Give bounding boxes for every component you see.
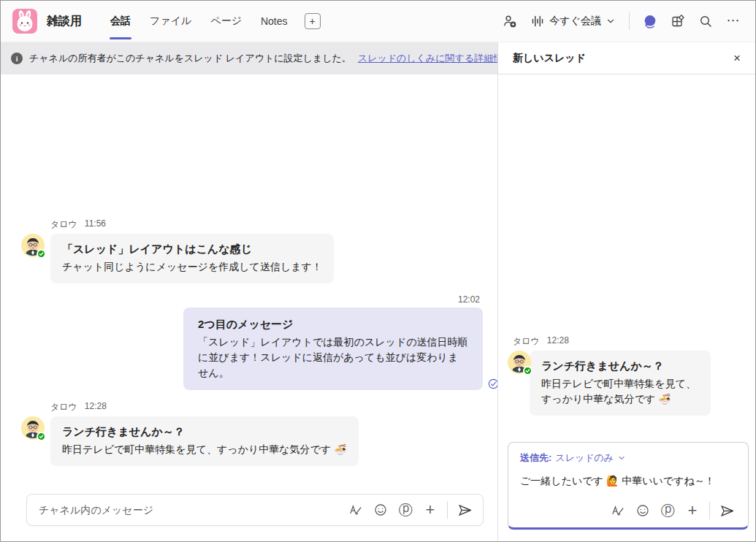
tab-pages[interactable]: ページ — [202, 1, 250, 42]
message-3: タロウ 12:28 — [21, 401, 483, 466]
compose-toolbar: ⓟ + — [345, 499, 476, 521]
send-to-label: 送信先: — [520, 451, 551, 465]
message-meta: タロウ 12:28 — [513, 335, 749, 348]
thread-panel-close-button[interactable]: × — [730, 50, 744, 67]
sender-name: タロウ — [50, 218, 77, 231]
header-divider — [629, 12, 630, 30]
avatar-taro[interactable] — [508, 351, 531, 374]
message-title: ランチ行きませんか～？ — [62, 424, 347, 439]
plus-icon: + — [688, 503, 698, 519]
presence-available-badge — [523, 366, 532, 375]
format-button[interactable] — [607, 500, 629, 522]
banner-learn-more-link[interactable]: スレッドのしくみに関する詳細情報 — [358, 52, 512, 65]
message-bubble-own: 2つ目のメッセージ 「スレッド」レイアウトでは最初のスレッドの送信日時順に並びま… — [183, 308, 483, 390]
search-icon — [698, 14, 713, 28]
add-people-icon — [503, 14, 517, 28]
channel-message-input[interactable] — [39, 504, 345, 516]
chevron-down-icon — [617, 454, 626, 462]
loop-icon: ⓟ — [399, 503, 413, 517]
channel-compose-box: ⓟ + — [26, 494, 484, 526]
message-2-own: 12:02 2つ目のメッセージ 「スレッド」レイアウトでは最初のスレッドの送信日… — [21, 294, 483, 390]
thread-compose-toolbar: ⓟ + — [520, 492, 738, 522]
tab-files[interactable]: ファイル — [142, 1, 199, 42]
send-to-value: スレッドのみ — [555, 451, 614, 465]
more-options-button[interactable]: ⋯ — [722, 9, 745, 33]
attach-button[interactable]: + — [681, 500, 703, 522]
format-icon — [611, 503, 625, 518]
banner-text: チャネルの所有者がこのチャネルをスレッド レイアウトに設定しました。 — [29, 52, 351, 65]
message-title: 「スレッド」レイアウトはこんな感じ — [62, 241, 322, 256]
thread-panel-body: タロウ 12:28 — [498, 75, 755, 541]
search-button[interactable] — [694, 9, 717, 33]
message-title: 2つ目のメッセージ — [198, 316, 468, 332]
header-actions: 今すぐ会議 — [498, 9, 745, 33]
chevron-down-icon — [606, 16, 616, 26]
format-icon — [348, 503, 363, 517]
toolbar-divider — [447, 501, 448, 519]
sender-name: タロウ — [50, 401, 77, 413]
message-time: 12:28 — [85, 401, 107, 413]
open-chat-button[interactable] — [638, 9, 662, 33]
rabbit-icon — [12, 9, 37, 34]
loop-icon: ⓟ — [661, 504, 675, 518]
presence-available-badge — [37, 432, 46, 441]
meet-now-button[interactable]: 今すぐ会議 — [526, 11, 620, 31]
send-icon — [457, 503, 473, 518]
emoji-button[interactable] — [632, 500, 654, 522]
attach-button[interactable]: + — [419, 499, 441, 521]
channel-avatar-rabbit-icon[interactable] — [12, 9, 37, 34]
message-list: タロウ 11:56 — [1, 75, 497, 494]
channel-title: 雑談用 — [47, 14, 82, 29]
message-time: 12:02 — [458, 294, 480, 305]
thread-message-input[interactable]: ご一緒したいです 🙋 中華いいですね～！ — [520, 473, 738, 488]
send-to-selector[interactable]: 送信先: スレッドのみ — [520, 451, 738, 465]
thread-layout-banner: i チャネルの所有者がこのチャネルをスレッド レイアウトに設定しました。 スレッ… — [1, 42, 497, 75]
message-bubble: ランチ行きませんか～？ 昨日テレビで町中華特集を見て、すっかり中華な気分です 🍜 — [50, 416, 359, 466]
chat-icon — [642, 13, 658, 29]
thread-panel-header: 新しいスレッド × — [498, 42, 755, 75]
format-button[interactable] — [345, 499, 367, 521]
panel-spacer — [508, 75, 749, 335]
send-button[interactable] — [454, 499, 476, 521]
message-time: 12:28 — [547, 335, 569, 348]
channel-tabs: 会話 ファイル ページ Notes + — [102, 1, 321, 42]
channel-header: 雑談用 会話 ファイル ページ Notes + — [1, 1, 755, 42]
presence-available-badge — [37, 249, 46, 259]
info-icon: i — [11, 53, 23, 64]
thread-compose-box: 送信先: スレッドのみ ご一緒したいです 🙋 中華いいですね～！ — [508, 442, 749, 530]
meet-now-label: 今すぐ会議 — [549, 15, 601, 28]
thread-panel-title: 新しいスレッド — [513, 52, 586, 65]
new-thread-panel: 新しいスレッド × タロウ 12:28 — [497, 42, 755, 541]
emoji-button[interactable] — [370, 499, 392, 521]
teams-window: 雑談用 会話 ファイル ページ Notes + — [0, 0, 756, 542]
add-people-button[interactable] — [498, 9, 522, 33]
send-icon — [719, 503, 735, 519]
message-body: チャット同じようにメッセージを作成して送信します！ — [62, 259, 322, 275]
apps-button[interactable] — [666, 9, 690, 33]
add-tab-button[interactable]: + — [305, 13, 321, 29]
message-meta: タロウ 12:28 — [50, 401, 483, 413]
tab-notes[interactable]: Notes — [253, 1, 296, 42]
thread-root-message: タロウ 12:28 — [508, 335, 749, 416]
send-button[interactable] — [716, 500, 738, 522]
apps-icon — [671, 14, 685, 28]
toolbar-divider — [709, 502, 710, 519]
message-time: 11:56 — [85, 218, 106, 231]
emoji-icon — [373, 503, 388, 517]
sent-indicator-icon — [487, 378, 497, 390]
avatar-taro[interactable] — [21, 234, 45, 257]
meet-now-waveform-icon — [530, 14, 545, 28]
message-body: 「スレッド」レイアウトでは最初のスレッドの送信日時順に並びます！スレッドに返信が… — [198, 335, 468, 381]
avatar-taro[interactable] — [21, 416, 45, 440]
message-bubble: ランチ行きませんか～？ 昨日テレビで町中華特集を見て、すっかり中華な気分です 🍜 — [530, 351, 711, 416]
plus-icon: + — [309, 16, 315, 26]
plus-icon: + — [426, 502, 435, 518]
tab-conversation[interactable]: 会話 — [102, 1, 139, 42]
sender-name: タロウ — [513, 335, 540, 348]
conversation-pane: i チャネルの所有者がこのチャネルをスレッド レイアウトに設定しました。 スレッ… — [1, 42, 497, 541]
close-icon: × — [733, 51, 741, 65]
emoji-icon — [635, 503, 650, 518]
loop-component-button[interactable]: ⓟ — [394, 499, 416, 521]
loop-component-button[interactable]: ⓟ — [657, 500, 679, 522]
message-bubble: 「スレッド」レイアウトはこんな感じ チャット同じようにメッセージを作成して送信し… — [50, 234, 334, 283]
